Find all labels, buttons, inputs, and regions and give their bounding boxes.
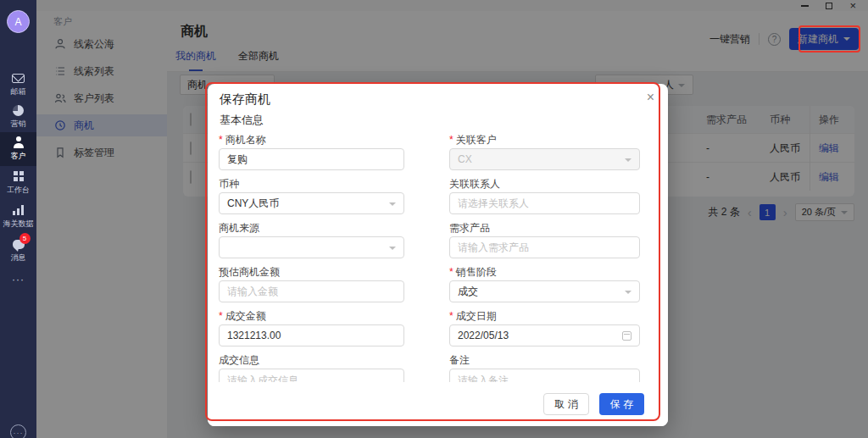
modal-title: 保存商机 bbox=[220, 91, 270, 108]
chevron-down-icon bbox=[625, 158, 632, 162]
opportunity-name-input-cell: *商机名称复购 bbox=[219, 133, 404, 170]
rail-item-customer[interactable]: 客户 bbox=[0, 132, 36, 166]
deal-date-input-cell: *成交日期2022/05/13 bbox=[449, 309, 640, 347]
modal-fields: *商机名称复购*关联客户CX币种CNY人民币关联联系人请选择关联系人商机来源需求… bbox=[219, 133, 655, 382]
currency-select[interactable]: CNY人民币 bbox=[219, 192, 404, 214]
close-icon[interactable]: × bbox=[647, 91, 654, 104]
field-label: 备注 bbox=[449, 353, 640, 365]
grid-icon bbox=[14, 171, 24, 181]
opportunity-source-select-cell: 商机来源 bbox=[219, 221, 404, 258]
field-label: *成交日期 bbox=[449, 309, 640, 321]
deal-info-textarea-cell: 成交信息请输入成交信息 bbox=[219, 353, 404, 382]
avatar[interactable]: A bbox=[7, 10, 30, 33]
related-customer-select[interactable]: CX bbox=[449, 148, 640, 170]
deal-amount-input-cell: *成交金额1321213.00 bbox=[219, 309, 404, 347]
chevron-down-icon bbox=[389, 202, 396, 206]
field-label: *商机名称 bbox=[219, 133, 404, 145]
modal-section-title: 基本信息 bbox=[220, 113, 264, 128]
rail-item-customs-data[interactable]: 海关数据 bbox=[0, 200, 36, 234]
demand-product-input[interactable]: 请输入需求产品 bbox=[449, 236, 640, 258]
rail-item-more[interactable]: ··· bbox=[0, 273, 36, 286]
save-opportunity-modal: 保存商机 × 基本信息 *商机名称复购*关联客户CX币种CNY人民币关联联系人请… bbox=[208, 84, 668, 426]
pie-chart-icon bbox=[13, 105, 24, 116]
mail-icon bbox=[12, 74, 25, 83]
rail-item-workbench[interactable]: 工作台 bbox=[0, 166, 36, 200]
rail-item-messages[interactable]: 5 消息 bbox=[0, 234, 36, 268]
person-icon bbox=[13, 136, 25, 148]
deal-date-input[interactable]: 2022/05/13 bbox=[449, 324, 640, 347]
chevron-down-icon bbox=[389, 247, 396, 250]
field-label: 需求产品 bbox=[449, 221, 640, 233]
field-label: *成交金额 bbox=[219, 309, 404, 321]
save-button[interactable]: 保 存 bbox=[599, 393, 644, 415]
field-label: 预估商机金额 bbox=[219, 265, 404, 277]
remark-textarea[interactable]: 请输入备注 bbox=[449, 369, 640, 382]
sales-stage-select-cell: *销售阶段成交 bbox=[449, 265, 640, 302]
cancel-button[interactable]: 取 消 bbox=[543, 393, 588, 415]
calendar-icon bbox=[622, 331, 632, 341]
opportunity-name-input[interactable]: 复购 bbox=[219, 148, 404, 170]
app-window: × A 邮箱 营销 客户 工作台 海关数据 5 消息 · bbox=[0, 0, 868, 438]
deal-info-textarea[interactable]: 请输入成交信息 bbox=[219, 369, 404, 382]
field-label: *关联客户 bbox=[449, 133, 640, 145]
field-label: *销售阶段 bbox=[449, 265, 640, 277]
related-contact-input[interactable]: 请选择关联系人 bbox=[449, 192, 640, 214]
bar-chart-icon bbox=[13, 205, 24, 215]
left-rail: A 邮箱 营销 客户 工作台 海关数据 5 消息 ··· ··· bbox=[0, 0, 36, 438]
sales-stage-select[interactable]: 成交 bbox=[449, 280, 640, 302]
related-contact-input-cell: 关联联系人请选择关联系人 bbox=[449, 177, 640, 214]
unread-badge: 5 bbox=[19, 233, 31, 244]
rail-item-mail[interactable]: 邮箱 bbox=[0, 68, 36, 102]
field-label: 关联联系人 bbox=[449, 177, 640, 189]
remark-textarea-cell: 备注请输入备注 bbox=[449, 353, 640, 382]
demand-product-input-cell: 需求产品请输入需求产品 bbox=[449, 221, 640, 258]
estimated-amount-input-cell: 预估商机金额请输入金额 bbox=[219, 265, 404, 302]
modal-body: 保存商机 × 基本信息 *商机名称复购*关联客户CX币种CNY人民币关联联系人请… bbox=[208, 84, 668, 382]
field-label: 商机来源 bbox=[219, 221, 404, 233]
deal-amount-input[interactable]: 1321213.00 bbox=[219, 324, 404, 347]
related-customer-select-cell: *关联客户CX bbox=[449, 133, 640, 170]
rail-bottom-more-icon[interactable]: ··· bbox=[10, 424, 26, 438]
estimated-amount-input[interactable]: 请输入金额 bbox=[219, 280, 404, 302]
opportunity-source-select[interactable] bbox=[219, 236, 404, 258]
field-label: 成交信息 bbox=[219, 353, 404, 365]
currency-select-cell: 币种CNY人民币 bbox=[219, 177, 404, 214]
ellipsis-icon: ··· bbox=[12, 277, 25, 282]
rail-item-marketing[interactable]: 营销 bbox=[0, 100, 36, 134]
chevron-down-icon bbox=[625, 291, 632, 294]
modal-footer: 取 消 保 存 bbox=[208, 382, 668, 426]
field-label: 币种 bbox=[219, 177, 404, 189]
